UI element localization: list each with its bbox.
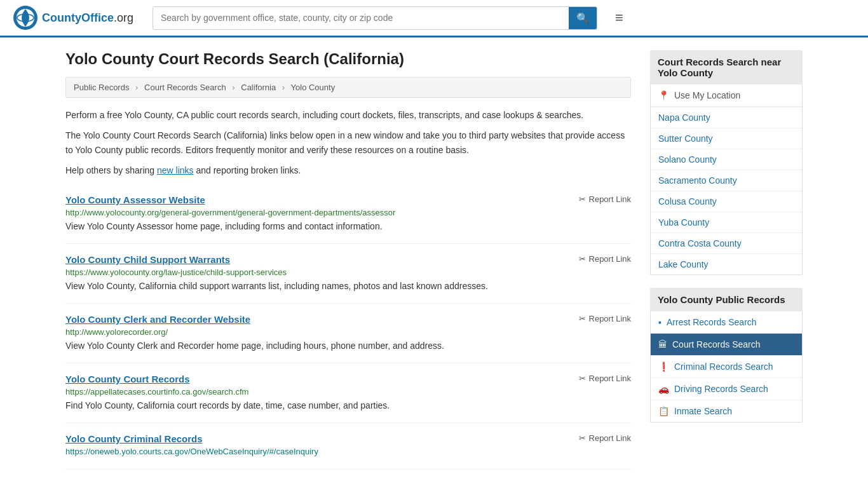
breadcrumb-court-records[interactable]: Court Records Search: [144, 83, 226, 92]
list-item: Contra Costa County: [651, 233, 802, 254]
record-icon: 🏛: [658, 339, 667, 349]
sidebar-public-records-header: Yolo County Public Records: [650, 288, 803, 311]
county-link[interactable]: Yuba County: [651, 212, 802, 233]
record-label: Court Records Search: [672, 339, 761, 349]
list-item: ❗ Criminal Records Search: [651, 356, 802, 378]
result-item: Yolo County Assessor Website ✂ Report Li…: [65, 184, 631, 244]
list-item: Lake County: [651, 254, 802, 274]
result-desc: View Yolo County Clerk and Recorder home…: [65, 339, 631, 353]
result-desc: View Yolo County, California child suppo…: [65, 280, 631, 293]
menu-button[interactable]: ≡: [610, 7, 628, 29]
result-header: Yolo County Child Support Warrants ✂ Rep…: [65, 254, 631, 265]
report-label: Report Link: [589, 194, 631, 204]
report-icon: ✂: [579, 374, 586, 383]
result-header: Yolo County Clerk and Recorder Website ✂…: [65, 314, 631, 325]
result-title[interactable]: Yolo County Assessor Website: [65, 194, 205, 205]
intro-paragraph-3: Help others by sharing new links and rep…: [65, 163, 631, 177]
county-link[interactable]: Lake County: [651, 254, 802, 274]
result-url[interactable]: http://www.yolocounty.org/general-govern…: [65, 208, 631, 217]
search-button[interactable]: 🔍: [569, 7, 597, 29]
list-item: Sutter County: [651, 128, 802, 149]
county-link[interactable]: Sacramento County: [651, 170, 802, 191]
record-label: Arrest Records Search: [667, 317, 757, 327]
content-area: Yolo County Court Records Search (Califo…: [65, 50, 631, 470]
result-header: Yolo County Assessor Website ✂ Report Li…: [65, 194, 631, 205]
report-label: Report Link: [589, 374, 631, 383]
list-item: Napa County: [651, 107, 802, 128]
list-item: Colusa County: [651, 191, 802, 212]
report-icon: ✂: [579, 194, 586, 204]
breadcrumb: Public Records › Court Records Search › …: [65, 77, 631, 98]
report-label: Report Link: [589, 433, 631, 443]
sidebar-nearby-header: Court Records Search near Yolo County: [650, 50, 803, 85]
list-item: Solano County: [651, 149, 802, 170]
result-url[interactable]: https://appellatecases.courtinfo.ca.gov/…: [65, 387, 631, 396]
new-links-link[interactable]: new links: [157, 165, 194, 175]
result-title[interactable]: Yolo County Court Records: [65, 374, 190, 384]
result-item: Yolo County Clerk and Recorder Website ✂…: [65, 304, 631, 363]
county-link[interactable]: Napa County: [651, 107, 802, 128]
public-record-link[interactable]: 📋 Inmate Search: [651, 400, 802, 422]
sidebar: Court Records Search near Yolo County 📍 …: [650, 50, 803, 470]
result-desc: View Yolo County Assessor home page, inc…: [65, 220, 631, 233]
list-item: Sacramento County: [651, 170, 802, 191]
nearby-counties-container: Napa CountySutter CountySolano CountySac…: [651, 107, 802, 274]
report-link[interactable]: ✂ Report Link: [579, 194, 631, 204]
main-container: Yolo County Court Records Search (Califo…: [53, 37, 815, 482]
report-icon: ✂: [579, 314, 586, 323]
public-record-link[interactable]: ▪ Arrest Records Search: [651, 311, 802, 333]
result-url[interactable]: https://www.yolocounty.org/law-justice/c…: [65, 268, 631, 277]
county-link[interactable]: Sutter County: [651, 128, 802, 149]
result-url[interactable]: https://oneweb.yolo.courts.ca.gov/OneWeb…: [65, 447, 631, 456]
sidebar-nearby-section: Court Records Search near Yolo County 📍 …: [650, 50, 803, 275]
result-desc: Find Yolo County, California court recor…: [65, 399, 631, 412]
record-label: Criminal Records Search: [674, 362, 773, 372]
logo-area: CountyOffice.org: [13, 5, 140, 30]
report-link[interactable]: ✂ Report Link: [579, 254, 631, 264]
report-label: Report Link: [589, 314, 631, 323]
result-title[interactable]: Yolo County Criminal Records: [65, 433, 203, 444]
header: CountyOffice.org 🔍 ≡: [0, 0, 868, 37]
list-item: 🏛 Court Records Search: [651, 334, 802, 356]
page-title: Yolo County Court Records Search (Califo…: [65, 50, 631, 68]
search-input[interactable]: [153, 8, 569, 28]
logo-text: CountyOffice.org: [42, 11, 133, 25]
report-icon: ✂: [579, 254, 586, 264]
record-icon: ❗: [658, 362, 669, 372]
use-location[interactable]: 📍 Use My Location: [651, 85, 802, 107]
public-record-link[interactable]: ❗ Criminal Records Search: [651, 356, 802, 377]
county-link[interactable]: Contra Costa County: [651, 233, 802, 254]
result-url[interactable]: http://www.yolorecorder.org/: [65, 327, 631, 337]
intro-paragraph-1: Perform a free Yolo County, CA public co…: [65, 108, 631, 122]
report-link[interactable]: ✂ Report Link: [579, 314, 631, 323]
report-link[interactable]: ✂ Report Link: [579, 433, 631, 443]
breadcrumb-california[interactable]: California: [241, 83, 276, 92]
list-item: 📋 Inmate Search: [651, 400, 802, 422]
public-record-link[interactable]: 🚗 Driving Records Search: [651, 378, 802, 400]
report-link[interactable]: ✂ Report Link: [579, 374, 631, 383]
result-header: Yolo County Court Records ✂ Report Link: [65, 374, 631, 384]
list-item: ▪ Arrest Records Search: [651, 311, 802, 334]
list-item: 🚗 Driving Records Search: [651, 378, 802, 400]
record-icon: 🚗: [658, 384, 669, 394]
record-label: Driving Records Search: [674, 384, 768, 394]
sidebar-public-records-section: Yolo County Public Records ▪ Arrest Reco…: [650, 288, 803, 423]
list-item: 📍 Use My Location: [651, 85, 802, 107]
logo-icon: [13, 5, 38, 30]
result-title[interactable]: Yolo County Clerk and Recorder Website: [65, 314, 250, 325]
county-link[interactable]: Solano County: [651, 149, 802, 170]
county-link[interactable]: Colusa County: [651, 191, 802, 212]
sidebar-county-list: 📍 Use My Location Napa CountySutter Coun…: [650, 85, 803, 275]
pin-icon: 📍: [658, 90, 669, 100]
public-record-link[interactable]: 🏛 Court Records Search: [651, 334, 802, 355]
search-bar: 🔍: [153, 6, 597, 30]
result-item: Yolo County Criminal Records ✂ Report Li…: [65, 423, 631, 470]
breadcrumb-yolo: Yolo County: [291, 83, 336, 92]
list-item: Yuba County: [651, 212, 802, 233]
breadcrumb-public-records[interactable]: Public Records: [74, 83, 129, 92]
result-item: Yolo County Court Records ✂ Report Link …: [65, 363, 631, 423]
result-title[interactable]: Yolo County Child Support Warrants: [65, 254, 230, 265]
sidebar-public-records-list: ▪ Arrest Records Search 🏛 Court Records …: [650, 311, 803, 423]
intro-paragraph-2: The Yolo County Court Records Search (Ca…: [65, 128, 631, 157]
record-icon: ▪: [658, 317, 661, 327]
